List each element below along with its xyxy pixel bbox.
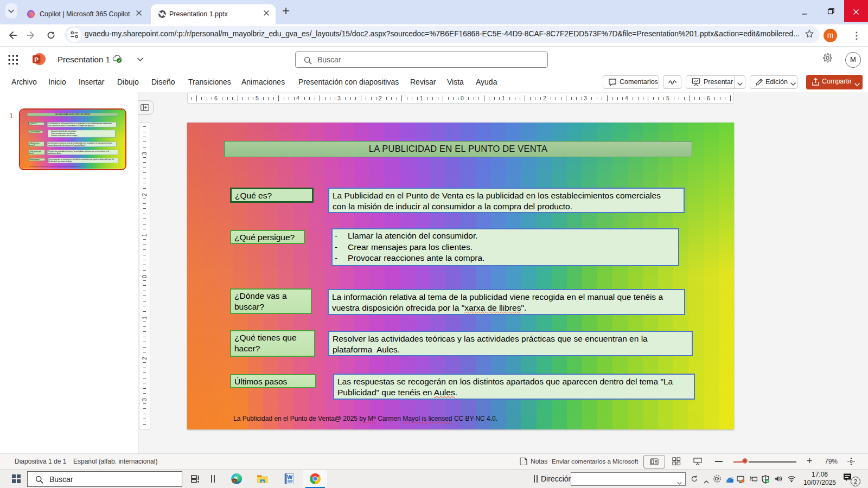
svg-text:W: W	[287, 474, 293, 480]
svg-text:P: P	[34, 56, 39, 63]
